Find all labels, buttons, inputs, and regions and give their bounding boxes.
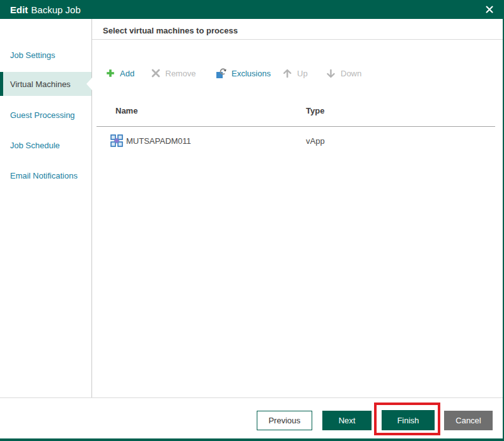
sidebar-item-guest-processing[interactable]: Guest Processing xyxy=(0,109,91,121)
sidebar-item-label: Guest Processing xyxy=(10,110,75,120)
add-button-label: Add xyxy=(120,69,134,78)
close-button[interactable] xyxy=(484,4,495,15)
remove-x-icon xyxy=(151,68,161,78)
remove-button[interactable]: Remove xyxy=(151,66,196,81)
next-button[interactable]: Next xyxy=(322,411,372,430)
footer-bar: Previous Next Finish Cancel xyxy=(0,397,503,438)
edit-backup-job-dialog: Edit Backup Job Job Settings Virtual Mac… xyxy=(0,0,504,441)
previous-button[interactable]: Previous xyxy=(257,411,312,430)
sidebar-item-email-notifications[interactable]: Email Notifications xyxy=(0,169,91,182)
move-down-button-label: Down xyxy=(341,69,361,78)
dialog-title: Backup Job xyxy=(31,4,80,15)
remove-button-label: Remove xyxy=(165,69,196,78)
close-icon xyxy=(485,5,494,14)
wizard-steps-sidebar: Job Settings Virtual Machines Guest Proc… xyxy=(0,19,92,397)
exclusions-icon xyxy=(216,68,227,79)
arrow-down-icon xyxy=(325,68,336,79)
vm-name: MUTSAPADM011 xyxy=(126,136,191,146)
sidebar-item-label: Job Schedule xyxy=(10,141,60,150)
column-header-type: Type xyxy=(306,106,324,115)
move-down-button[interactable]: Down xyxy=(325,66,361,81)
sidebar-item-label: Job Settings xyxy=(10,50,56,60)
exclusions-button[interactable]: Exclusions xyxy=(216,66,271,81)
arrow-up-icon xyxy=(282,68,293,79)
vapp-icon xyxy=(110,134,123,147)
move-up-button-label: Up xyxy=(297,69,308,78)
sidebar-item-job-settings[interactable]: Job Settings xyxy=(0,49,91,61)
sidebar-item-label: Email Notifications xyxy=(10,171,78,180)
table-header-divider xyxy=(97,126,495,127)
move-up-button[interactable]: Up xyxy=(282,66,308,81)
finish-button[interactable]: Finish xyxy=(382,410,435,430)
cancel-button[interactable]: Cancel xyxy=(444,411,493,430)
dialog-title-bold: Edit xyxy=(10,4,28,15)
title-bar: Edit Backup Job xyxy=(0,0,503,19)
heading-divider xyxy=(92,39,503,40)
main-content: Select virtual machines to process Add R… xyxy=(92,19,503,397)
sidebar-item-job-schedule[interactable]: Job Schedule xyxy=(0,139,91,151)
page-title: Select virtual machines to process xyxy=(103,26,238,35)
sidebar-item-virtual-machines[interactable]: Virtual Machines xyxy=(0,72,91,96)
sidebar-item-label: Virtual Machines xyxy=(10,79,71,89)
table-row[interactable]: MUTSAPADM011 vApp xyxy=(92,130,503,151)
add-button[interactable]: Add xyxy=(105,66,134,81)
column-header-name: Name xyxy=(115,106,138,115)
exclusions-button-label: Exclusions xyxy=(231,69,271,78)
plus-icon xyxy=(105,68,115,78)
vm-type: vApp xyxy=(306,136,325,146)
selected-step-notch xyxy=(86,78,92,90)
